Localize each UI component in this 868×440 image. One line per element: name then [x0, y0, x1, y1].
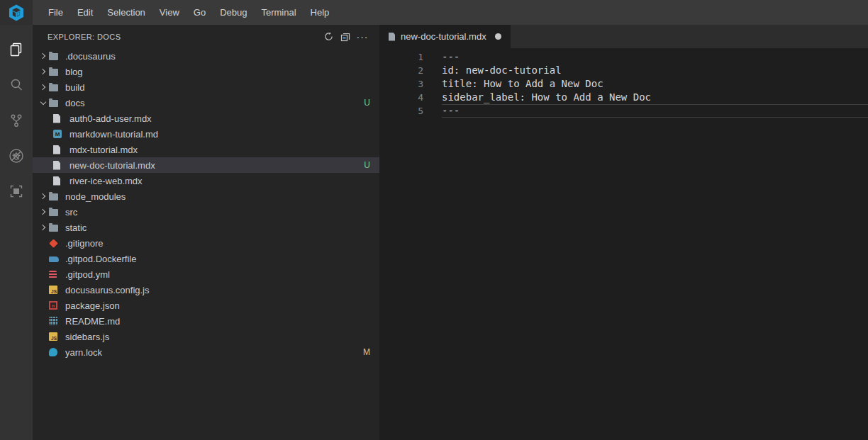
javascript-icon	[49, 331, 62, 342]
line-number: 1	[379, 50, 423, 64]
chevron-right-icon	[38, 66, 49, 77]
plugins-icon	[8, 183, 25, 200]
activity-plugins[interactable]	[0, 174, 33, 209]
code-line-active: 5 ---	[379, 104, 868, 118]
code-line: 4 sidebar_label: How to Add a New Doc	[379, 91, 868, 104]
readme-icon	[49, 315, 62, 327]
docker-icon	[49, 253, 62, 264]
tree-row-mdx-tutorial[interactable]: mdx-tutorial.mdx	[33, 142, 379, 157]
tree-row-gitignore[interactable]: .gitignore	[33, 235, 379, 251]
tree-row-src[interactable]: src	[33, 204, 379, 220]
menu-terminal[interactable]: Terminal	[254, 0, 303, 25]
javascript-icon	[49, 284, 62, 295]
chevron-right-icon	[38, 50, 49, 62]
chevron-right-icon	[38, 81, 49, 93]
line-text: sidebar_label: How to Add a New Doc	[442, 91, 868, 104]
menu-help[interactable]: Help	[304, 0, 337, 25]
tab-label: new-doc-tutorial.mdx	[401, 31, 486, 42]
activity-files[interactable]	[0, 32, 33, 67]
search-icon	[8, 77, 25, 94]
tree-row-docs[interactable]: docs U	[33, 95, 379, 111]
folder-icon	[49, 97, 62, 108]
chevron-down-icon	[38, 97, 49, 108]
markdown-icon	[53, 128, 67, 140]
menu-bar: File Edit Selection View Go Debug Termin…	[0, 0, 868, 25]
tree-row-build[interactable]: build	[33, 79, 379, 95]
editor-tab-bar: new-doc-tutorial.mdx	[379, 25, 868, 48]
line-text: id: new-doc-tutorial	[442, 64, 868, 77]
menu-selection[interactable]: Selection	[100, 0, 152, 25]
explorer-title: EXPLORER: DOCS	[48, 33, 320, 41]
menu-items: File Edit Selection View Go Debug Termin…	[41, 0, 336, 25]
line-text: title: How to Add a New Doc	[442, 77, 868, 91]
tab-new-doc-tutorial[interactable]: new-doc-tutorial.mdx	[379, 25, 511, 48]
activity-search[interactable]	[0, 67, 33, 103]
refresh-icon	[323, 31, 334, 42]
code-line: 3 title: How to Add a New Doc	[379, 77, 868, 91]
gitpod-logo[interactable]	[0, 0, 33, 25]
tree-row-sidebars[interactable]: sidebars.js	[33, 329, 379, 344]
code-editor[interactable]: 1 --- 2 id: new-doc-tutorial 3 title: Ho…	[379, 48, 868, 118]
line-text: ---	[442, 104, 868, 118]
folder-icon	[49, 50, 62, 62]
code-line: 1 ---	[379, 50, 868, 64]
file-icon	[53, 159, 67, 171]
tree-row-docusaurus-config[interactable]: docusaurus.config.js	[33, 282, 379, 298]
tree-row-node-modules[interactable]: node_modules	[33, 188, 379, 204]
tree-row-yarn-lock[interactable]: yarn.lock M	[33, 344, 379, 360]
npm-icon	[49, 300, 62, 311]
tree-row-markdown-tutorial[interactable]: markdown-tutorial.md	[33, 126, 379, 142]
tree-row-river-ice-web[interactable]: river-ice-web.mdx	[33, 173, 379, 188]
git-status-badge: M	[363, 347, 370, 357]
explorer-sidebar: EXPLORER: DOCS ··· .docusaurus	[33, 25, 379, 440]
file-icon	[53, 144, 67, 155]
line-text: ---	[442, 50, 868, 64]
menu-view[interactable]: View	[152, 0, 187, 25]
folder-icon	[49, 191, 62, 202]
explorer-header: EXPLORER: DOCS ···	[33, 25, 379, 48]
tree-row-new-doc-tutorial[interactable]: new-doc-tutorial.mdx U	[33, 157, 379, 173]
modified-dot-icon[interactable]	[495, 33, 501, 40]
folder-icon	[49, 206, 62, 218]
activity-debug[interactable]	[0, 138, 33, 174]
tree-row-package-json[interactable]: package.json	[33, 298, 379, 313]
folder-icon	[49, 81, 62, 93]
collapse-all-button[interactable]	[337, 29, 354, 45]
line-number: 3	[379, 77, 423, 91]
gitpod-logo-icon	[7, 4, 26, 22]
menu-debug[interactable]: Debug	[213, 0, 254, 25]
debug-disabled-icon	[7, 147, 26, 165]
more-actions-icon: ···	[357, 33, 369, 40]
collapse-all-icon	[340, 31, 351, 43]
line-number: 5	[379, 104, 423, 118]
folder-icon	[49, 66, 62, 77]
menu-edit[interactable]: Edit	[70, 0, 100, 25]
activity-source-control[interactable]	[0, 103, 33, 138]
tree-row-gitpod-yml[interactable]: .gitpod.yml	[33, 266, 379, 282]
file-icon	[53, 175, 67, 186]
source-control-icon	[8, 112, 25, 129]
tree-row-docusaurus[interactable]: .docusaurus	[33, 48, 379, 64]
editor-group: new-doc-tutorial.mdx 1 --- 2 id: new-doc…	[379, 25, 868, 440]
line-number: 4	[379, 91, 423, 104]
tree-row-auth0-add-user[interactable]: auth0-add-user.mdx	[33, 111, 379, 126]
tree-row-static[interactable]: static	[33, 220, 379, 235]
tree-row-gitpod-dockerfile[interactable]: .gitpod.Dockerfile	[33, 251, 379, 266]
file-icon	[389, 33, 395, 41]
files-icon	[8, 41, 25, 58]
yarn-icon	[49, 346, 62, 358]
git-status-badge: U	[364, 160, 370, 170]
more-actions-button[interactable]: ···	[354, 29, 371, 45]
menu-go[interactable]: Go	[187, 0, 213, 25]
chevron-right-icon	[38, 206, 49, 218]
activity-bar	[0, 25, 33, 440]
tree-row-blog[interactable]: blog	[33, 64, 379, 79]
chevron-right-icon	[38, 222, 49, 233]
menu-file[interactable]: File	[41, 0, 70, 25]
tree-row-readme[interactable]: README.md	[33, 313, 379, 329]
refresh-button[interactable]	[320, 29, 337, 45]
folder-icon	[49, 222, 62, 233]
yaml-icon	[49, 269, 62, 280]
git-status-badge: U	[364, 98, 370, 108]
file-tree: .docusaurus blog build docs U auth0-add-…	[33, 48, 379, 360]
